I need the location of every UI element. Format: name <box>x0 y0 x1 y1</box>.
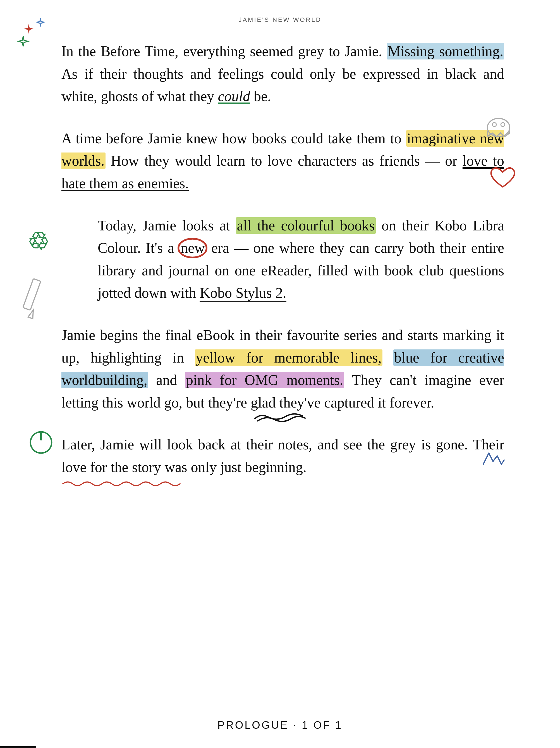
svg-rect-4 <box>23 279 41 310</box>
highlight-colourful-books: all the colourful books <box>236 217 375 234</box>
italic-could: could <box>218 88 250 104</box>
svg-text:♻: ♻ <box>28 228 49 254</box>
paragraph-4: Jamie begins the final eBook in their fa… <box>62 324 504 414</box>
svg-point-8 <box>178 239 206 258</box>
highlight-yellow-lines: yellow for memorable lines, <box>195 349 383 366</box>
star-mark-icon <box>482 452 506 469</box>
highlight-imaginative-worlds: imaginative new worlds. <box>62 130 504 169</box>
recycle-icon: ♻ <box>26 225 56 255</box>
squiggle-icon <box>252 410 308 424</box>
wave-underline <box>62 479 181 490</box>
svg-point-1 <box>492 123 496 126</box>
paragraph-5: Later, Jamie will look back at their not… <box>62 434 504 478</box>
underline-enemies: love to hate them as enemies. <box>62 153 504 191</box>
svg-point-2 <box>501 123 505 126</box>
highlight-missing-something: Missing something. <box>387 43 504 60</box>
footer-label: PROLOGUE · 1 OF 1 <box>0 719 560 731</box>
kobo-stylus-underline: Kobo Stylus 2. <box>200 285 286 302</box>
ghost-icon <box>486 110 511 139</box>
page-title: JAMIE'S NEW WORLD <box>0 0 560 23</box>
highlight-pink-omg: pink for OMG moments. <box>185 372 344 388</box>
svg-marker-5 <box>28 309 35 319</box>
footer-line <box>0 746 36 748</box>
power-icon <box>26 427 56 458</box>
paragraph-2: A time before Jamie knew how books could… <box>62 127 504 195</box>
heart-icon <box>489 166 517 192</box>
paragraph-1: In the Before Time, everything seemed gr… <box>62 40 504 108</box>
pencil-icon <box>20 278 43 322</box>
paragraph-3: Today, Jamie looks at all the colourful … <box>62 214 504 304</box>
circled-new: new <box>179 237 206 259</box>
